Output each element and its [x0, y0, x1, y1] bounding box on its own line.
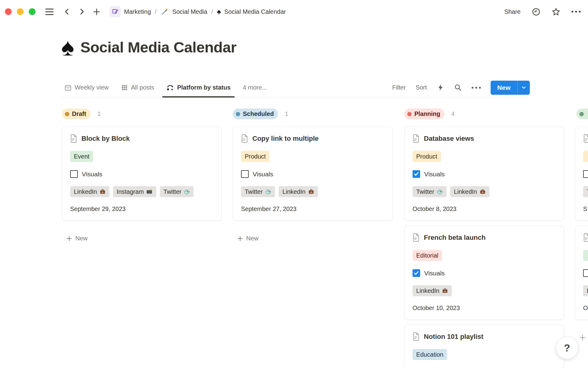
column-count: 4: [451, 110, 454, 117]
card-title: Database views: [424, 135, 474, 143]
status-pill-planning[interactable]: Planning: [404, 109, 444, 119]
visuals-checkbox[interactable]: [583, 269, 588, 277]
minimize-window-button[interactable]: [17, 8, 24, 15]
breadcrumb-item-social-media[interactable]: Social Media: [172, 8, 207, 15]
page-icon: [413, 332, 420, 341]
status-pill-draft[interactable]: Draft: [62, 109, 91, 119]
status-pill-scheduled[interactable]: Scheduled: [233, 109, 278, 119]
view-controls: Filter Sort New: [392, 81, 530, 95]
window-titlebar: Marketing / Social Media / ♠ Social Medi…: [0, 0, 588, 23]
card-title: Notion 101 playlist: [424, 333, 483, 341]
category-tag: Education: [413, 349, 447, 360]
page-icon-spade[interactable]: ♠: [61, 33, 74, 61]
view-toolbar: Weekly view All posts Platform by status…: [60, 78, 530, 98]
share-button[interactable]: Share: [504, 8, 521, 15]
filter-button[interactable]: Filter: [392, 84, 406, 91]
more-options-button[interactable]: [571, 11, 581, 13]
card-block-by-block[interactable]: Block by Block Event Visuals LinkedIn In…: [62, 127, 222, 221]
ellipsis-icon: [571, 11, 573, 13]
nav-forward-button[interactable]: [77, 6, 87, 17]
view-options-button[interactable]: [472, 87, 481, 89]
card-cutoff-2[interactable]: L O: [575, 226, 588, 320]
checkbox-label: Visuals: [82, 171, 102, 178]
briefcase-icon: [308, 189, 314, 195]
category-tag: Product: [413, 151, 441, 162]
visuals-checkbox[interactable]: [413, 269, 420, 277]
favorite-button[interactable]: [552, 7, 560, 16]
view-tabs: Weekly view All posts Platform by status…: [60, 78, 267, 97]
check-icon: [414, 172, 419, 176]
sort-button[interactable]: Sort: [416, 84, 427, 91]
page-title[interactable]: Social Media Calendar: [81, 39, 237, 56]
platform-tag-instagram: Instagram: [113, 186, 156, 197]
visuals-checkbox[interactable]: [70, 170, 78, 178]
briefcase-icon: [442, 288, 448, 294]
tab-all-posts[interactable]: All posts: [121, 78, 154, 97]
card-title: Block by Block: [81, 135, 130, 143]
card-notion-101-playlist[interactable]: Notion 101 playlist Education: [404, 325, 564, 368]
add-card-button[interactable]: New: [579, 334, 588, 341]
page-edit-icon: [112, 8, 119, 15]
page-icon: [583, 233, 588, 242]
checkbox-label: Visuals: [424, 270, 445, 277]
close-window-button[interactable]: [5, 8, 12, 15]
platform-tag: L: [583, 285, 588, 296]
platform-tag-linkedin: LinkedIn: [413, 285, 452, 296]
status-dot: [579, 112, 584, 116]
tab-weekly-view[interactable]: Weekly view: [64, 78, 109, 97]
breadcrumb-item-social-media-calendar[interactable]: Social Media Calendar: [224, 8, 286, 15]
visuals-checkbox[interactable]: [241, 170, 249, 178]
automations-button[interactable]: [437, 84, 444, 91]
category-tag: [583, 250, 588, 261]
new-record-button[interactable]: New: [491, 81, 517, 95]
briefcase-icon: [100, 189, 106, 195]
board-column-planning: Planning 4 Database views Product: [404, 104, 564, 368]
new-record-button-group: New: [491, 81, 530, 95]
card-date: O: [583, 305, 588, 312]
new-record-dropdown-button[interactable]: [518, 81, 530, 95]
platform-tag-linkedin: LinkedIn: [70, 186, 109, 197]
status-dot: [236, 112, 240, 116]
grid-icon: [121, 84, 128, 91]
breadcrumb-separator: /: [211, 8, 213, 15]
nav-back-button[interactable]: [62, 6, 72, 17]
new-page-button[interactable]: [91, 6, 102, 17]
breadcrumb-item-marketing[interactable]: Marketing: [124, 8, 151, 15]
board-column-scheduled: Scheduled 1 Copy link to multiple Produc…: [233, 104, 393, 243]
card-cutoff-1[interactable]: T S: [575, 127, 588, 221]
breadcrumb: Marketing / Social Media / ♠ Social Medi…: [110, 6, 286, 17]
board-column-cutoff: T S: [575, 104, 588, 342]
visuals-checkbox[interactable]: [583, 170, 588, 178]
bird-icon: [184, 189, 190, 195]
page-icon: [70, 134, 77, 143]
status-dot: [65, 112, 69, 116]
tab-label: All posts: [131, 84, 154, 91]
card-date: October 10, 2023: [413, 305, 556, 312]
star-icon: [552, 7, 560, 16]
breadcrumb-marketing[interactable]: [110, 6, 121, 17]
plus-icon: [66, 236, 72, 242]
category-tag: Event: [70, 151, 93, 162]
add-card-button[interactable]: New: [237, 235, 258, 242]
visuals-checkbox[interactable]: [413, 170, 420, 178]
card-database-views[interactable]: Database views Product Visuals Twitter: [404, 127, 564, 221]
status-cycle-icon: [166, 84, 174, 91]
sidebar-menu-button[interactable]: [44, 6, 55, 17]
add-card-button[interactable]: New: [66, 235, 88, 242]
lightning-bolt-icon: [437, 84, 444, 91]
tab-platform-by-status[interactable]: Platform by status: [166, 78, 230, 97]
status-pill-cutoff[interactable]: [576, 109, 588, 119]
search-view-button[interactable]: [454, 84, 462, 91]
tab-more-views[interactable]: 4 more...: [243, 78, 267, 97]
chevron-down-icon: [521, 85, 526, 90]
hamburger-icon: [45, 9, 54, 10]
ellipsis-icon: [472, 87, 473, 89]
column-count: 1: [285, 110, 288, 117]
page-icon: [241, 134, 248, 143]
card-copy-link-to-multiple[interactable]: Copy link to multiple Product Visuals Tw…: [233, 127, 393, 221]
briefcase-icon: [480, 189, 486, 195]
help-button[interactable]: ?: [556, 337, 578, 359]
zoom-window-button[interactable]: [29, 8, 36, 15]
card-french-beta-launch[interactable]: French beta launch Editorial Visuals Lin…: [404, 226, 564, 320]
updates-button[interactable]: [532, 7, 541, 16]
